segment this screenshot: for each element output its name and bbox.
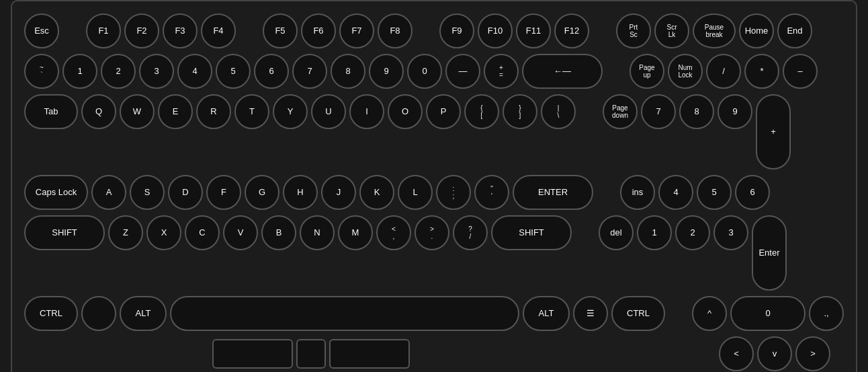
key-num4[interactable]: 4 (658, 175, 693, 210)
key-pause[interactable]: Pausebreak (693, 13, 736, 48)
key-pageup[interactable]: Pageup (630, 54, 664, 89)
key-4[interactable]: 4 (177, 54, 212, 89)
key-c[interactable]: C (185, 215, 220, 250)
key-caps[interactable]: Caps Lock (24, 175, 88, 210)
key-p[interactable]: P (426, 94, 461, 129)
key-rbracket[interactable]: }] (503, 94, 537, 129)
key-2[interactable]: 2 (101, 54, 136, 89)
key-home[interactable]: Home (739, 13, 774, 48)
key-pagedown[interactable]: Pagedown (603, 94, 638, 129)
key-n[interactable]: N (300, 215, 335, 250)
key-g[interactable]: G (245, 175, 279, 210)
key-f4[interactable]: F4 (201, 13, 236, 48)
key-alt-right[interactable]: ALT (523, 296, 570, 331)
key-f2[interactable]: F2 (124, 13, 159, 48)
key-num8[interactable]: 8 (679, 94, 714, 129)
key-num3[interactable]: 3 (713, 215, 748, 250)
key-alt-left[interactable]: ALT (120, 296, 167, 331)
key-t[interactable]: T (234, 94, 269, 129)
key-backspace[interactable]: ←— (522, 54, 603, 89)
key-7[interactable]: 7 (292, 54, 327, 89)
key-f3[interactable]: F3 (163, 13, 198, 48)
key-num7[interactable]: 7 (641, 94, 676, 129)
key-num6[interactable]: 6 (735, 175, 770, 210)
key-z[interactable]: Z (108, 215, 143, 250)
key-q[interactable]: Q (81, 94, 116, 129)
key-f6[interactable]: F6 (301, 13, 336, 48)
key-ctrl-right[interactable]: CTRL (611, 296, 665, 331)
key-tab[interactable]: Tab (24, 94, 78, 129)
key-quote[interactable]: "' (474, 175, 509, 210)
key-i[interactable]: I (349, 94, 384, 129)
key-5[interactable]: 5 (216, 54, 251, 89)
key-scrlk[interactable]: ScrLk (654, 13, 689, 48)
key-x[interactable]: X (146, 215, 181, 250)
key-arrow-right[interactable]: > (795, 336, 830, 371)
key-o[interactable]: O (388, 94, 423, 129)
key-arrow-down[interactable]: v (757, 336, 792, 371)
key-f1[interactable]: F1 (86, 13, 121, 48)
key-period[interactable]: >. (415, 215, 449, 250)
key-l[interactable]: L (398, 175, 433, 210)
key-backslash[interactable]: |\ (541, 94, 576, 129)
key-3[interactable]: 3 (139, 54, 174, 89)
key-numplus[interactable]: + (756, 94, 791, 170)
key-esc[interactable]: Esc (24, 13, 59, 48)
key-minus[interactable]: — (445, 54, 480, 89)
touchpad-left-button[interactable] (212, 339, 293, 369)
key-6[interactable]: 6 (254, 54, 289, 89)
key-ctrl-left[interactable]: CTRL (24, 296, 78, 331)
key-e[interactable]: E (158, 94, 193, 129)
key-ins[interactable]: ins (620, 175, 655, 210)
touchpad-mid-button[interactable] (296, 339, 326, 369)
key-d[interactable]: D (168, 175, 203, 210)
key-a[interactable]: A (91, 175, 126, 210)
key-numslash[interactable]: / (706, 54, 741, 89)
key-m[interactable]: M (338, 215, 373, 250)
key-f10[interactable]: F10 (478, 13, 513, 48)
key-numstar[interactable]: * (744, 54, 779, 89)
key-f11[interactable]: F11 (516, 13, 551, 48)
key-space[interactable] (170, 296, 519, 331)
key-shift-left[interactable]: SHIFT (24, 215, 105, 250)
key-win-left[interactable] (81, 296, 116, 331)
key-8[interactable]: 8 (331, 54, 365, 89)
key-k[interactable]: K (359, 175, 394, 210)
key-f12[interactable]: F12 (554, 13, 589, 48)
key-r[interactable]: R (196, 94, 231, 129)
key-f5[interactable]: F5 (263, 13, 298, 48)
key-lbracket[interactable]: {[ (464, 94, 499, 129)
key-menu[interactable]: ☰ (573, 296, 608, 331)
key-num5[interactable]: 5 (697, 175, 732, 210)
key-numdot[interactable]: ., (809, 296, 844, 331)
key-f7[interactable]: F7 (339, 13, 374, 48)
key-numlk[interactable]: NumLock (668, 54, 703, 89)
key-u[interactable]: U (311, 94, 346, 129)
key-h[interactable]: H (283, 175, 318, 210)
key-s[interactable]: S (130, 175, 165, 210)
key-0[interactable]: 0 (407, 54, 442, 89)
key-numenter[interactable]: Enter (752, 215, 787, 291)
key-numminus[interactable]: – (783, 54, 818, 89)
key-num2[interactable]: 2 (675, 215, 710, 250)
key-w[interactable]: W (120, 94, 155, 129)
key-num0[interactable]: 0 (730, 296, 806, 331)
key-f[interactable]: F (206, 175, 241, 210)
key-backtick[interactable]: ~` (24, 54, 59, 89)
key-prtsc[interactable]: PrtSc (616, 13, 651, 48)
key-num1[interactable]: 1 (637, 215, 672, 250)
key-numcaret[interactable]: ^ (692, 296, 727, 331)
key-arrow-left[interactable]: < (719, 336, 754, 371)
key-v[interactable]: V (223, 215, 258, 250)
touchpad-right-button[interactable] (329, 339, 410, 369)
key-j[interactable]: J (321, 175, 356, 210)
key-num9[interactable]: 9 (718, 94, 752, 129)
key-equals[interactable]: += (484, 54, 519, 89)
key-shift-right[interactable]: SHIFT (491, 215, 572, 250)
key-y[interactable]: Y (273, 94, 308, 129)
key-comma[interactable]: <, (376, 215, 411, 250)
key-enter[interactable]: ENTER (513, 175, 593, 210)
key-b[interactable]: B (261, 215, 296, 250)
key-9[interactable]: 9 (369, 54, 404, 89)
key-f8[interactable]: F8 (378, 13, 413, 48)
